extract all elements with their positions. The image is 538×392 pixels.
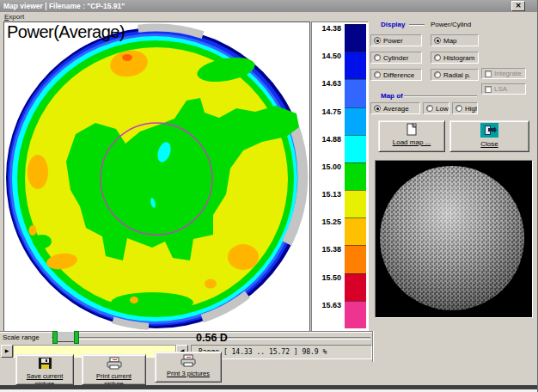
colorbar-band [345,245,366,273]
radio-difference-dot [374,71,381,78]
radio-map[interactable]: Map [431,34,479,46]
colorbar-band [345,24,366,52]
colorbar-band [345,301,366,328]
checkbox-integrate[interactable]: Integrate [481,68,526,79]
power-map [4,22,309,331]
map-of-group-line [404,95,477,97]
colorbar-tick-label: 15.13 [312,190,341,199]
colorbar-tick-label: 15.25 [312,217,341,226]
scale-range-label: Scale range [3,334,40,341]
print-current-picture-button[interactable]: Print current picture [82,354,146,385]
colorbar-tick-label: 14.75 [312,107,341,116]
hotspot-left [28,155,48,189]
color-scale: 14.3814.5014.6314.7514.8815.0015.1315.25… [311,21,369,332]
power-map-panel: Power(Average) [3,21,310,332]
colorbar-tick-label: 14.63 [312,79,341,88]
close-icon: ✕ [516,2,522,9]
colorbar-tick-label: 15.63 [312,301,341,309]
hotspot-bottom-small [205,279,217,289]
radio-average-dot [374,105,381,112]
colorbar-tick-label: 15.38 [312,245,341,254]
map-of-group-label: Map of [381,92,403,100]
checkbox-lsa[interactable]: LSA [481,83,526,95]
radio-high-dot [455,105,462,112]
hotspot-left-small [29,225,37,236]
hotspot-bottom-tiny [130,297,138,303]
checkbox-integrate-box [485,70,492,77]
radio-histogram[interactable]: Histogram [431,52,479,64]
display-group-label: Display [381,21,405,28]
colorbar-band [345,107,366,135]
radio-power[interactable]: Power [370,34,422,46]
colorbar-tick-label: 14.38 [312,24,341,33]
scale-range-thumb[interactable] [56,331,76,342]
colorbar-band [345,52,366,79]
close-button[interactable]: Close [449,120,529,152]
scale-range-value: 0.56 D [196,332,228,344]
colorbar-tick-label: 15.00 [312,162,341,171]
document-icon [379,123,444,138]
colorbar-band [345,162,366,190]
lens-camera-image [380,166,524,310]
camera-image-panel [375,160,533,318]
colorbar-band [345,79,366,107]
title-bar: Map viewer | Filename : "CP-15.91" [0,0,538,12]
radio-cylinder[interactable]: Cylinder [370,52,422,64]
printer-icon [83,357,145,371]
map-title: Power(Average) [7,22,125,42]
colorbar-tick-label: 15.50 [312,273,341,282]
window-title: Map viewer | Filename : "CP-15.91" [3,2,125,10]
radio-difference[interactable]: Difference [370,69,422,81]
print-3-pictures-button[interactable]: Print 3 pictures [155,352,222,383]
radio-high[interactable]: High [452,102,478,114]
rim-bulge-left [33,235,52,248]
colorbar-band [345,190,366,217]
rim-bulge-bottom [111,292,193,313]
radio-histogram-dot [434,54,441,61]
save-icon [16,357,73,371]
printer-icon [156,354,221,369]
map-viewer-window: Map viewer | Filename : "CP-15.91" ✕ Exp… [0,0,538,392]
hotspot-right [228,244,259,270]
power-cylind-group-label: Power/Cylind [431,21,471,28]
save-current-picture-button[interactable]: Save current picture [15,354,74,385]
menu-export[interactable]: Export [4,13,24,21]
radio-low[interactable]: Low [423,102,449,114]
exit-icon [450,123,529,139]
radio-radial-plot[interactable]: Radial p. [431,69,479,81]
display-group-line [409,24,425,26]
hotspot-core [122,54,132,61]
scroll-left-button[interactable]: ▶ [1,345,13,358]
colorbar-band [345,217,366,245]
load-map-button[interactable]: Load map ... [378,120,445,152]
radio-radial-plot-dot [434,71,441,78]
radio-low-dot [426,105,433,112]
radio-map-dot [434,37,441,44]
panel-divider [372,331,374,362]
checkbox-lsa-box [485,86,492,93]
close-window-button[interactable]: ✕ [511,1,525,11]
colorbar-band [345,273,366,301]
radio-cylinder-dot [374,54,381,61]
colorbar-band [345,135,366,162]
radio-average[interactable]: Average [370,102,420,114]
colorbar-tick-label: 14.88 [312,135,341,144]
scroll-left-icon: ▶ [5,348,9,353]
radio-power-dot [374,37,381,44]
colorbar-tick-label: 14.50 [312,52,341,60]
